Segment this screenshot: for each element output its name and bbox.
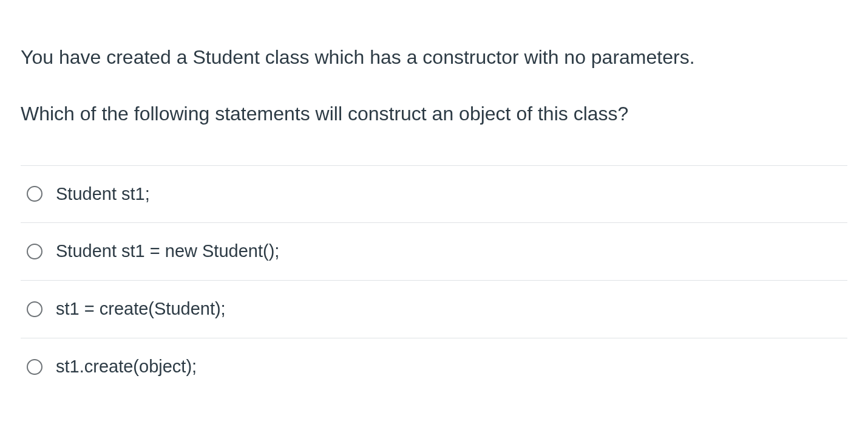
option-label: Student st1; bbox=[56, 183, 150, 206]
option-label: st1 = create(Student); bbox=[56, 298, 226, 321]
options-list: Student st1; Student st1 = new Student()… bbox=[21, 165, 847, 396]
option-row-0[interactable]: Student st1; bbox=[21, 165, 847, 223]
option-row-3[interactable]: st1.create(object); bbox=[21, 338, 847, 396]
question-line-1: You have created a Student class which h… bbox=[21, 44, 847, 71]
question-line-2: Which of the following statements will c… bbox=[21, 100, 847, 128]
radio-icon[interactable] bbox=[27, 186, 42, 202]
question-prompt: You have created a Student class which h… bbox=[21, 44, 847, 128]
option-label: Student st1 = new Student(); bbox=[56, 240, 279, 263]
radio-icon[interactable] bbox=[27, 244, 42, 259]
option-row-1[interactable]: Student st1 = new Student(); bbox=[21, 222, 847, 280]
quiz-question-container: You have created a Student class which h… bbox=[0, 0, 868, 413]
option-label: st1.create(object); bbox=[56, 355, 197, 378]
option-row-2[interactable]: st1 = create(Student); bbox=[21, 280, 847, 338]
radio-icon[interactable] bbox=[27, 301, 42, 317]
radio-icon[interactable] bbox=[27, 359, 42, 375]
